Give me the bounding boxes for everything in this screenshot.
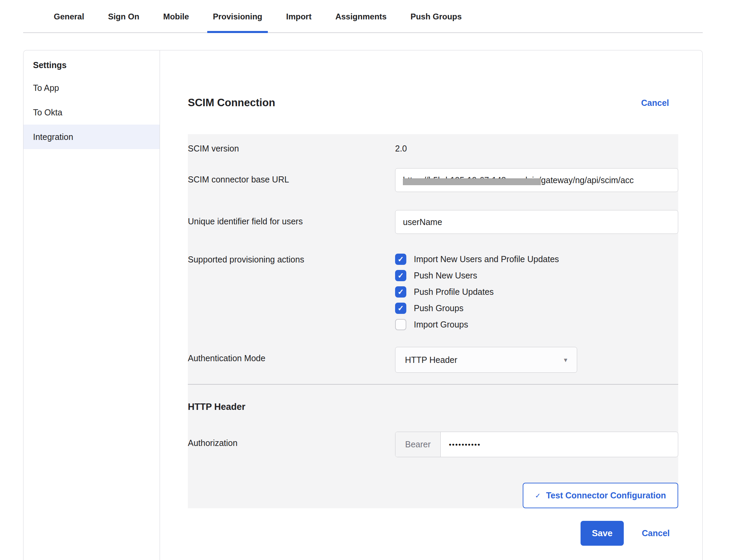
check-row-push-groups: ✓ Push Groups (395, 303, 678, 314)
tab-assignments[interactable]: Assignments (330, 0, 392, 33)
scim-version-value: 2.0 (395, 142, 678, 154)
checkbox-push-profile-updates[interactable]: ✓ (395, 286, 406, 298)
scim-version-label: SCIM version (188, 142, 395, 154)
checkbox-push-new-users[interactable]: ✓ (395, 270, 406, 281)
settings-sidebar: Settings To App To Okta Integration (23, 50, 160, 560)
test-connector-label: Test Connector Configuration (546, 491, 666, 500)
app-tab-bar: General Sign On Mobile Provisioning Impo… (23, 0, 703, 33)
checkbox-import-groups[interactable]: ✓ (395, 319, 406, 330)
http-header-section: HTTP Header Authorization Bearer •••••••… (188, 384, 678, 508)
check-icon: ✓ (397, 288, 404, 296)
bearer-prefix: Bearer (395, 432, 441, 457)
check-icon: ✓ (397, 272, 404, 279)
authentication-mode-label: Authentication Mode (188, 347, 395, 373)
authorization-token-input[interactable]: •••••••••• (441, 432, 678, 457)
checkbox-label: Import Groups (414, 320, 468, 330)
authorization-label: Authorization (188, 432, 395, 457)
unique-identifier-input[interactable]: userName (395, 210, 678, 234)
authorization-row: Authorization Bearer •••••••••• (188, 432, 678, 457)
provisioning-actions-label: Supported provisioning actions (188, 254, 395, 330)
tab-sign-on[interactable]: Sign On (102, 0, 145, 33)
base-url-visible-text: /gateway/ng/api/scim/acc (539, 175, 634, 185)
provisioning-actions-row: Supported provisioning actions ✓ Import … (188, 254, 678, 330)
tab-mobile[interactable]: Mobile (158, 0, 194, 33)
cancel-link-top[interactable]: Cancel (641, 98, 669, 108)
http-header-title: HTTP Header (188, 401, 678, 413)
sidebar-item-to-okta[interactable]: To Okta (23, 100, 160, 125)
page-title: SCIM Connection (188, 97, 275, 109)
test-connector-row: ✓ Test Connector Configuration (188, 483, 678, 508)
panel-header: SCIM Connection Cancel (188, 95, 678, 110)
checkbox-label: Push New Users (414, 271, 477, 281)
checkbox-import-new-users[interactable]: ✓ (395, 254, 406, 265)
check-icon: ✓ (535, 492, 541, 500)
check-row-import-new-users: ✓ Import New Users and Profile Updates (395, 254, 678, 265)
tab-push-groups[interactable]: Push Groups (405, 0, 467, 33)
scim-version-row: SCIM version 2.0 (188, 142, 678, 154)
authentication-mode-value: HTTP Header (405, 355, 457, 365)
sidebar-item-to-app[interactable]: To App (23, 76, 160, 100)
authorization-input-group: Bearer •••••••••• (395, 432, 678, 457)
test-connector-button[interactable]: ✓ Test Connector Configuration (523, 483, 678, 508)
unique-identifier-row: Unique identifier field for users userNa… (188, 210, 678, 234)
sidebar-title: Settings (23, 54, 160, 76)
check-row-push-profile-updates: ✓ Push Profile Updates (395, 286, 678, 298)
check-icon: ✓ (397, 256, 404, 263)
tab-general[interactable]: General (48, 0, 89, 33)
check-icon: ✓ (397, 305, 404, 312)
unique-identifier-label: Unique identifier field for users (188, 210, 395, 234)
tab-provisioning[interactable]: Provisioning (207, 0, 267, 33)
scim-settings-section: SCIM version 2.0 SCIM connector base URL… (188, 134, 678, 384)
cancel-link-bottom[interactable]: Cancel (642, 528, 670, 538)
unique-identifier-value: userName (403, 217, 442, 227)
form-footer: Save Cancel (188, 521, 678, 546)
base-url-input[interactable]: https://h5hd-195-19-67-148.ngrok.io /gat… (395, 168, 678, 192)
authentication-mode-select[interactable]: HTTP Header ▾ (395, 347, 577, 373)
provisioning-actions-list: ✓ Import New Users and Profile Updates ✓… (395, 254, 678, 330)
checkbox-label: Import New Users and Profile Updates (414, 254, 559, 264)
base-url-row: SCIM connector base URL https://h5hd-195… (188, 168, 678, 192)
check-row-push-new-users: ✓ Push New Users (395, 270, 678, 281)
provisioning-settings-card: Settings To App To Okta Integration SCIM… (23, 50, 703, 560)
base-url-label: SCIM connector base URL (188, 168, 395, 192)
check-row-import-groups: ✓ Import Groups (395, 319, 678, 330)
checkbox-push-groups[interactable]: ✓ (395, 303, 406, 314)
checkbox-label: Push Profile Updates (414, 287, 494, 297)
chevron-down-icon: ▾ (564, 356, 567, 364)
redaction-bar (403, 178, 541, 185)
tab-import[interactable]: Import (281, 0, 317, 33)
checkbox-label: Push Groups (414, 303, 463, 313)
sidebar-item-integration[interactable]: Integration (23, 125, 160, 149)
save-button[interactable]: Save (581, 521, 624, 546)
authentication-mode-row: Authentication Mode HTTP Header ▾ (188, 347, 678, 373)
scim-connection-panel: SCIM Connection Cancel SCIM version 2.0 … (160, 50, 702, 560)
